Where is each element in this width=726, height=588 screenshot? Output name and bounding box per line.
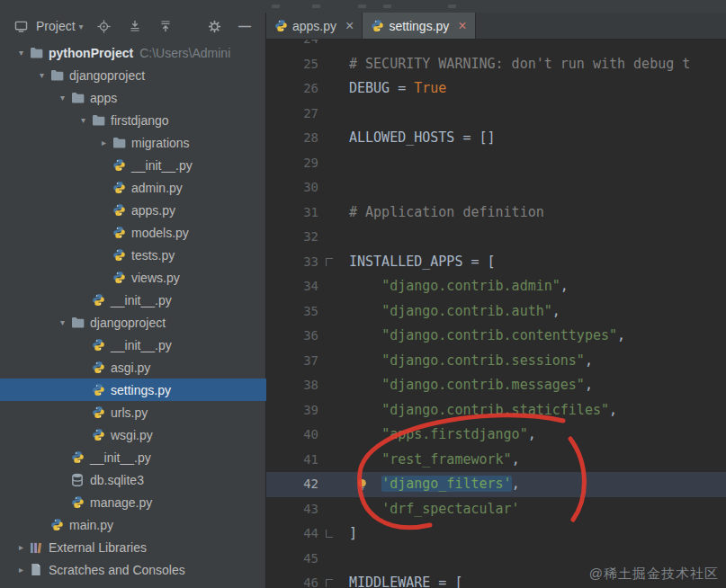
chevron-right-icon[interactable]: ▸ (97, 138, 111, 147)
code-line-42[interactable]: 42 'django_filters', (266, 472, 726, 497)
hide-panel-icon[interactable]: — (238, 19, 251, 33)
tree-item-djangoproject[interactable]: ▾djangoproject (0, 311, 266, 334)
tree-item-apps[interactable]: ▾apps (0, 86, 266, 109)
tree-item-init-py[interactable]: __init__.py (0, 446, 266, 468)
line-number[interactable]: 45 (266, 547, 318, 572)
tree-item-tests-py[interactable]: tests.py (0, 244, 266, 266)
code-line-35[interactable]: 35 "django.contrib.auth", (266, 299, 726, 325)
tree-item-models-py[interactable]: models.py (0, 221, 266, 244)
code-line-41[interactable]: 41 "rest_framework", (266, 448, 726, 473)
code-line-39[interactable]: 39 "django.contrib.staticfiles", (266, 398, 726, 423)
line-number[interactable]: 35 (266, 299, 318, 325)
line-number[interactable]: 46 (266, 571, 318, 588)
line-number[interactable]: 41 (266, 448, 318, 473)
code-line-28[interactable]: 28ALLOWED_HOSTS = [] (266, 126, 726, 151)
line-number[interactable]: 31 (266, 200, 318, 226)
tree-item-external-libraries[interactable]: ▸External Libraries (0, 536, 266, 558)
line-number[interactable]: 28 (266, 126, 318, 151)
line-number[interactable]: 32 (266, 225, 318, 250)
chevron-right-icon[interactable]: ▸ (14, 565, 28, 575)
tree-item-firstdjango[interactable]: ▾firstdjango (0, 109, 266, 131)
python-file-icon (111, 181, 127, 194)
code-line-44[interactable]: 44] (266, 521, 726, 547)
tree-item-settings-py[interactable]: settings.py (0, 379, 266, 401)
code-line-31[interactable]: 31# Application definition (266, 200, 726, 226)
code-line-38[interactable]: 38 "django.contrib.messages", (266, 373, 726, 398)
close-icon[interactable]: × (458, 19, 466, 33)
code-line-27[interactable]: 27 (266, 102, 726, 127)
fold-marker-icon[interactable] (326, 579, 333, 587)
code-line-33[interactable]: 33INSTALLED_APPS = [ (266, 250, 726, 275)
collapse-all-icon[interactable] (157, 18, 174, 34)
tree-item-urls-py[interactable]: urls.py (0, 401, 266, 423)
chevron-down-icon[interactable]: ▾ (79, 22, 84, 31)
project-panel-title[interactable]: Project (36, 19, 76, 33)
line-number[interactable]: 30 (266, 175, 318, 200)
line-number[interactable]: 42 (266, 472, 318, 497)
tree-item-pythonproject[interactable]: ▾pythonProjectC:\Users\Admini (0, 41, 266, 64)
code-line-43[interactable]: 43 'drf_spectacular' (266, 497, 726, 522)
tree-item-manage-py[interactable]: manage.py (0, 491, 266, 513)
line-number[interactable]: 25 (266, 52, 318, 77)
code-token: , (609, 402, 617, 418)
code-line-29[interactable]: 29 (266, 151, 726, 176)
chevron-down-icon[interactable]: ▾ (76, 115, 90, 125)
chevron-right-icon[interactable]: ▸ (14, 542, 28, 552)
locate-file-icon[interactable] (96, 18, 112, 34)
intention-bulb-icon[interactable] (356, 478, 368, 491)
expand-all-icon[interactable] (127, 18, 143, 34)
code-token: "django.contrib.contenttypes" (381, 327, 617, 343)
line-number[interactable]: 36 (266, 324, 318, 349)
tree-item-admin-py[interactable]: admin.py (0, 176, 266, 199)
chevron-down-icon[interactable]: ▾ (56, 317, 69, 327)
code-line-25[interactable]: 25# SECURITY WARNING: don't run with deb… (266, 52, 726, 77)
tree-item-views-py[interactable]: views.py (0, 266, 266, 289)
tree-item-label: models.py (131, 226, 189, 240)
tree-item-djangoproject[interactable]: ▾djangoproject (0, 64, 266, 86)
code-line-32[interactable]: 32 (266, 225, 726, 250)
line-number[interactable]: 24 (266, 40, 318, 52)
gear-icon[interactable] (206, 18, 222, 34)
code-line-34[interactable]: 34 "django.contrib.admin", (266, 274, 726, 299)
line-number[interactable]: 29 (266, 151, 318, 176)
code-line-36[interactable]: 36 "django.contrib.contenttypes", (266, 324, 726, 349)
line-number[interactable]: 33 (266, 250, 318, 275)
line-number[interactable]: 37 (266, 349, 318, 374)
line-number[interactable]: 39 (266, 398, 318, 423)
code-line-26[interactable]: 26DEBUG = True (266, 76, 726, 102)
fold-marker-icon[interactable] (326, 530, 333, 538)
tree-item-init-py[interactable]: __init__.py (0, 334, 266, 356)
tree-item-init-py[interactable]: __init__.py (0, 154, 266, 176)
code-line-37[interactable]: 37 "django.contrib.sessions", (266, 349, 726, 374)
code-line-40[interactable]: 40 "apps.firstdjango", (266, 423, 726, 448)
tab-settings-py[interactable]: settings.py × (363, 13, 475, 39)
code-line-24[interactable]: 24 (266, 40, 726, 52)
chevron-down-icon[interactable]: ▾ (14, 48, 28, 58)
folder-icon (90, 114, 106, 126)
scratches-icon (28, 563, 44, 576)
line-number[interactable]: 34 (266, 274, 318, 299)
line-number[interactable]: 27 (266, 102, 318, 127)
line-number[interactable]: 43 (266, 497, 318, 522)
chevron-down-icon[interactable]: ▾ (35, 70, 49, 80)
tree-item-scratches-and-consoles[interactable]: ▸Scratches and Consoles (0, 558, 266, 581)
line-number[interactable]: 38 (266, 373, 318, 398)
tree-item-main-py[interactable]: main.py (0, 513, 266, 536)
tree-item-asgi-py[interactable]: asgi.py (0, 356, 266, 379)
chevron-down-icon[interactable]: ▾ (56, 93, 69, 102)
tab-apps-py[interactable]: apps.py × (266, 13, 363, 39)
python-file-icon (90, 361, 106, 374)
line-number[interactable]: 26 (266, 76, 318, 102)
code-line-30[interactable]: 30 (266, 175, 726, 200)
code-token: "apps.firstdjango" (381, 426, 528, 442)
line-number[interactable]: 44 (266, 521, 318, 547)
tree-item-init-py[interactable]: __init__.py (0, 289, 266, 311)
close-icon[interactable]: × (345, 19, 354, 33)
tree-item-migrations[interactable]: ▸migrations (0, 131, 266, 154)
line-number[interactable]: 40 (266, 423, 318, 448)
tree-item-wsgi-py[interactable]: wsgi.py (0, 423, 266, 446)
tree-item-apps-py[interactable]: apps.py (0, 199, 266, 221)
tree-item-db-sqlite3[interactable]: db.sqlite3 (0, 468, 266, 491)
code-editor[interactable]: 2425# SECURITY WARNING: don't run with d… (266, 40, 726, 588)
fold-marker-icon[interactable] (326, 258, 333, 266)
